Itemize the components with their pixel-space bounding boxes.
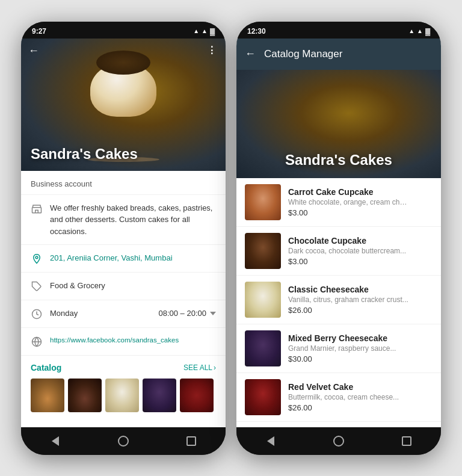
right-back-button[interactable]: ← xyxy=(245,48,256,60)
product-info-5: Red Velvet Cake Buttermilk, cocoa, cream… xyxy=(288,382,433,412)
see-all-label: SEE ALL xyxy=(183,363,212,372)
shop-icon xyxy=(31,203,43,215)
left-status-icons: ▲ ▲ ▓ xyxy=(193,28,215,35)
product-price-5: $26.00 xyxy=(288,403,433,412)
product-desc-1: White chocolate, orange, cream cheese... xyxy=(288,198,408,206)
website-row[interactable]: https://www.facebook.com/sandras_cakes xyxy=(21,328,226,356)
product-info-1: Carrot Cake Cupcake White chocolate, ora… xyxy=(288,187,433,217)
right-hero: Sandra's Cakes xyxy=(236,70,441,178)
product-info-2: Chocolate Cupcake Dark cocoa, chocolate … xyxy=(288,236,433,266)
description-row: We offer freshly baked breads, cakes, pa… xyxy=(21,195,226,246)
right-hero-title: Sandra's Cakes xyxy=(285,152,392,168)
catalog-title: Catalog xyxy=(31,363,61,372)
right-recents-nav-button[interactable] xyxy=(401,435,413,447)
catalog-section: Catalog SEE ALL › xyxy=(21,356,226,417)
cake-topping-decoration xyxy=(96,51,150,75)
right-phone: 12:30 ▲ ▲ ▓ ← Catalog Manager Sandra's C… xyxy=(236,22,441,455)
hours-time: 08:00 – 20:00 xyxy=(158,308,206,320)
left-time: 9:27 xyxy=(32,27,46,36)
right-time: 12:30 xyxy=(247,27,266,36)
product-item-4[interactable]: Mixed Berry Cheesecake Grand Marnier, ra… xyxy=(236,324,441,373)
catalog-thumb-5[interactable] xyxy=(180,379,214,412)
hours-day: Monday xyxy=(50,308,78,320)
phones-container: 9:27 ▲ ▲ ▓ ← ⋮ Sandra's Cakes Bu xyxy=(9,10,453,467)
product-list: Carrot Cake Cupcake White chocolate, ora… xyxy=(236,178,441,427)
tag-icon xyxy=(31,280,43,292)
see-all-arrow-icon: › xyxy=(214,363,216,372)
clock-icon xyxy=(31,308,43,320)
right-status-bar: 12:30 ▲ ▲ ▓ xyxy=(236,22,441,39)
product-item-3[interactable]: Classic Cheesecake Vanilla, citrus, grah… xyxy=(236,276,441,324)
wifi-icon-right: ▲ xyxy=(417,28,423,34)
back-button[interactable]: ← xyxy=(28,45,39,57)
category-row: Food & Grocery xyxy=(21,273,226,300)
catalog-thumb-4[interactable] xyxy=(143,379,176,412)
right-header-title: Catalog Manager xyxy=(264,48,342,60)
globe-icon xyxy=(31,336,43,348)
catalog-thumb-2[interactable] xyxy=(68,379,102,412)
website-text: https://www.facebook.com/sandras_cakes xyxy=(50,335,179,345)
left-content: Business account We offer freshly baked … xyxy=(21,171,226,427)
catalog-manager-header: ← Catalog Manager xyxy=(236,39,441,70)
product-thumb-2 xyxy=(245,233,281,269)
product-price-4: $30.00 xyxy=(288,354,433,363)
product-name-1: Carrot Cake Cupcake xyxy=(288,187,433,197)
left-nav-bar xyxy=(21,427,226,455)
product-price-2: $3.00 xyxy=(288,257,433,266)
left-status-bar: 9:27 ▲ ▲ ▓ xyxy=(21,22,226,39)
home-nav-button[interactable] xyxy=(117,435,129,447)
right-status-icons: ▲ ▲ ▓ xyxy=(408,28,430,35)
product-desc-2: Dark cocoa, chocolate buttercream... xyxy=(288,247,408,255)
wifi-icon: ▲ xyxy=(202,28,208,34)
product-desc-3: Vanilla, citrus, graham cracker crust... xyxy=(288,295,408,304)
product-thumb-3 xyxy=(245,282,281,318)
back-nav-button[interactable] xyxy=(49,435,61,447)
battery-icon: ▓ xyxy=(210,28,215,35)
left-screen: ← ⋮ Sandra's Cakes Business account xyxy=(21,39,226,427)
left-hero: ← ⋮ Sandra's Cakes xyxy=(21,39,226,171)
product-name-2: Chocolate Cupcake xyxy=(288,236,433,246)
left-phone: 9:27 ▲ ▲ ▓ ← ⋮ Sandra's Cakes Bu xyxy=(21,22,226,455)
location-text: 201, Areniia Corner, Vashi, Mumbai xyxy=(50,252,173,264)
product-name-4: Mixed Berry Cheesecake xyxy=(288,333,433,343)
product-price-1: $3.00 xyxy=(288,208,433,217)
product-thumb-5 xyxy=(245,379,281,415)
recents-nav-button[interactable] xyxy=(185,435,197,447)
product-thumb-4 xyxy=(245,330,281,366)
see-all-button[interactable]: SEE ALL › xyxy=(183,363,216,372)
chevron-down-icon xyxy=(210,312,216,315)
right-home-nav-button[interactable] xyxy=(333,435,345,447)
product-item-1[interactable]: Carrot Cake Cupcake White chocolate, ora… xyxy=(236,178,441,227)
hours-row[interactable]: Monday 08:00 – 20:00 xyxy=(21,300,226,328)
signal-icon: ▲ xyxy=(193,28,199,34)
category-text: Food & Grocery xyxy=(50,280,105,292)
product-name-5: Red Velvet Cake xyxy=(288,382,433,392)
right-nav-bar xyxy=(236,427,441,455)
product-name-3: Classic Cheesecake xyxy=(288,285,433,294)
product-desc-4: Grand Marnier, raspberry sauce... xyxy=(288,344,408,353)
catalog-thumb-1[interactable] xyxy=(31,379,64,412)
signal-icon-right: ▲ xyxy=(408,28,414,34)
catalog-thumb-3[interactable] xyxy=(105,379,139,412)
product-price-3: $26.00 xyxy=(288,306,433,315)
business-label: Business account xyxy=(21,171,226,195)
right-back-nav-button[interactable] xyxy=(265,435,277,447)
hours-right: 08:00 – 20:00 xyxy=(158,308,216,320)
catalog-header: Catalog SEE ALL › xyxy=(31,363,216,372)
svg-point-1 xyxy=(35,256,38,259)
product-info-4: Mixed Berry Cheesecake Grand Marnier, ra… xyxy=(288,333,433,363)
location-row[interactable]: 201, Areniia Corner, Vashi, Mumbai xyxy=(21,245,226,273)
left-hero-title: Sandra's Cakes xyxy=(31,146,138,162)
menu-button[interactable]: ⋮ xyxy=(207,45,217,56)
product-thumb-1 xyxy=(245,184,281,220)
catalog-thumbnails xyxy=(31,379,216,412)
product-desc-5: Buttermilk, cocoa, cream cheese... xyxy=(288,393,408,401)
product-info-3: Classic Cheesecake Vanilla, citrus, grah… xyxy=(288,285,433,315)
product-item-2[interactable]: Chocolate Cupcake Dark cocoa, chocolate … xyxy=(236,227,441,276)
right-screen: ← Catalog Manager Sandra's Cakes Carrot … xyxy=(236,39,441,427)
location-icon xyxy=(31,253,43,265)
battery-icon-right: ▓ xyxy=(425,28,430,35)
description-text: We offer freshly baked breads, cakes, pa… xyxy=(50,202,216,238)
product-item-5[interactable]: Red Velvet Cake Buttermilk, cocoa, cream… xyxy=(236,373,441,422)
